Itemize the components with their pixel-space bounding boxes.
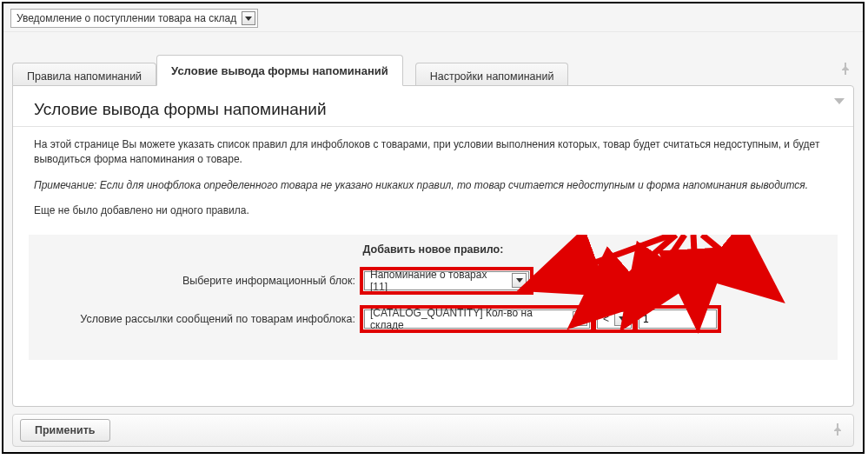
panel-title: Условие вывода формы напоминаний	[34, 100, 832, 119]
label-select-block: Выберите информационный блок:	[34, 275, 364, 287]
svg-marker-4	[619, 316, 626, 321]
select-info-block[interactable]: Напоминание о товарах [11]	[364, 271, 529, 290]
desc-note: Примечание: Если для инофблока определен…	[34, 178, 832, 193]
apply-button-label: Применить	[35, 424, 96, 436]
dropdown-icon	[573, 311, 587, 326]
add-rule-heading: Добавить новое правило:	[34, 243, 832, 271]
tabs: Правила напоминаний Условие вывода формы…	[12, 55, 854, 85]
select-operator[interactable]: <	[597, 309, 632, 329]
label-condition: Условие рассылки сообщений по товарам ин…	[34, 313, 364, 325]
svg-marker-2	[516, 278, 523, 283]
tab-settings-label: Настройки напоминаний	[430, 70, 554, 83]
top-bar: Уведомление о поступлении товара на скла…	[3, 3, 863, 32]
add-rule-section: Добавить новое правило: Выберите информа…	[29, 235, 838, 360]
collapse-icon[interactable]	[834, 95, 845, 108]
dropdown-icon	[242, 11, 255, 25]
bottom-bar: Применить	[12, 414, 854, 447]
pin-icon[interactable]	[840, 63, 854, 77]
row-select-block: Выберите информационный блок: Напоминани…	[34, 271, 832, 290]
svg-marker-1	[834, 98, 845, 104]
panel: Условие вывода формы напоминаний На этой…	[12, 85, 854, 407]
input-value[interactable]	[639, 309, 717, 329]
select-operator-value: <	[603, 313, 609, 325]
select-info-block-value: Напоминание о товарах [11]	[370, 269, 507, 293]
dropdown-icon	[614, 311, 629, 326]
svg-marker-0	[245, 17, 252, 21]
select-field[interactable]: [CATALOG_QUANTITY] Кол-во на складе	[364, 309, 590, 329]
desc-empty: Еще не было добавлено ни одного правила.	[34, 203, 832, 218]
tab-condition-label: Условие вывода формы напоминаний	[171, 64, 388, 77]
notification-type-select[interactable]: Уведомление о поступлении товара на скла…	[10, 9, 258, 28]
pin-icon[interactable]	[832, 423, 846, 438]
select-field-value: [CATALOG_QUANTITY] Кол-во на складе	[370, 307, 567, 331]
panel-description: На этой странице Вы можете указать списо…	[34, 137, 832, 219]
dropdown-icon	[512, 273, 527, 288]
desc-line1: На этой странице Вы можете указать списо…	[34, 137, 832, 168]
tab-rules-label: Правила напоминаний	[27, 70, 142, 83]
row-condition: Условие рассылки сообщений по товарам ин…	[34, 309, 832, 329]
notification-type-value: Уведомление о поступлении товара на скла…	[17, 12, 236, 24]
svg-marker-3	[577, 316, 584, 321]
apply-button[interactable]: Применить	[20, 419, 110, 442]
tab-condition[interactable]: Условие вывода формы напоминаний	[156, 55, 403, 86]
